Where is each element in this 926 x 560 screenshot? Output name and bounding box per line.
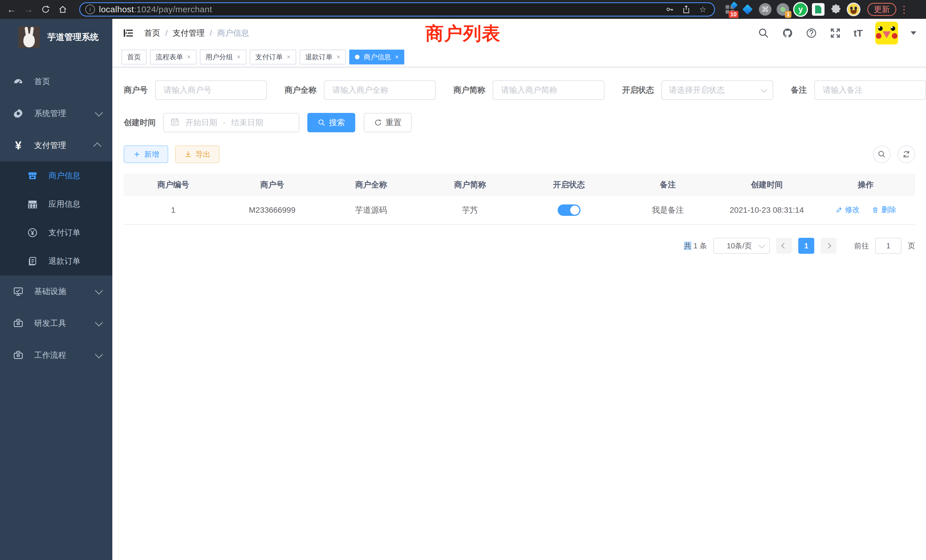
filter-row-2: 创建时间 开始日期 - 结束日期 [124,113,915,132]
close-icon[interactable]: × [337,53,340,61]
calendar-icon [170,117,180,129]
tab-process-form[interactable]: 流程表单 × [150,50,197,64]
browser-forward-icon[interactable]: → [21,3,36,16]
chevron-down-icon [95,318,103,327]
extensions-puzzle-icon[interactable] [829,2,843,17]
cell-short-name: 芋艿 [421,205,519,216]
tab-home[interactable]: 首页 [121,50,147,64]
search-button-label: 搜索 [329,117,345,128]
reset-button[interactable]: 重置 [364,113,412,132]
tab-pay-order[interactable]: 支付订单 × [250,50,296,64]
sidebar-item-system[interactable]: 系统管理 [0,97,112,129]
chevron-down-icon [95,286,103,295]
sidebar-menu: 首页 系统管理 ¥ 支付管理 [0,65,112,371]
delete-link[interactable]: 删除 [872,205,896,215]
edit-link[interactable]: 修改 [835,205,860,215]
start-date-placeholder: 开始日期 [185,117,217,128]
column-header: 操作 [816,179,915,190]
extension-pin-icon[interactable]: 10 [722,2,737,17]
sidebar-item-pay-order[interactable]: 支付订单 [0,218,112,247]
short-name-input[interactable] [493,80,604,100]
tab-merchant-info[interactable]: 商户信息 × [349,50,404,64]
chevron-right-icon [826,243,831,249]
export-button[interactable]: 导出 [175,145,219,163]
extension-session-icon[interactable]: 1 [775,2,790,17]
breadcrumb-current: 商户信息 [217,28,249,38]
password-key-icon[interactable] [663,5,676,14]
browser-menu-icon[interactable]: ⋮ [899,5,908,14]
full-name-input[interactable] [324,80,436,100]
y-circle-icon: y [794,3,807,16]
create-time-range-picker[interactable]: 开始日期 - 结束日期 [163,113,300,132]
breadcrumb-home[interactable]: 首页 [144,28,160,38]
url-bar[interactable]: i localhost:1024/pay/merchant ☆ [79,2,715,17]
sidebar-collapse-icon[interactable] [122,27,135,39]
page-content: 商户号 商户全称 商户简称 开启状态 请选择开启状态 [112,67,926,254]
sidebar-item-pay[interactable]: ¥ 支付管理 [0,129,112,161]
sidebar-submenu-pay: 商户信息 [0,161,112,275]
sidebar-item-merchant-info[interactable]: 商户信息 [0,161,112,190]
bookmark-star-icon[interactable]: ☆ [696,5,709,14]
sidebar-item-infra[interactable]: 基础设施 [0,275,112,307]
sidebar-item-dashboard[interactable]: 首页 [0,65,112,97]
extension-gem-icon[interactable] [740,2,755,17]
close-icon[interactable]: × [287,53,291,61]
tab-label: 首页 [127,53,141,62]
tab-user-group[interactable]: 用户分组 × [200,50,246,64]
close-icon[interactable]: × [395,53,399,61]
column-header: 商户简称 [421,179,519,190]
breadcrumb-pay[interactable]: 支付管理 [173,28,205,38]
browser-home-icon[interactable] [55,3,70,16]
page-size-select[interactable]: 10条/页 [713,238,770,254]
close-icon[interactable]: × [237,53,241,61]
sidebar-item-workflow[interactable]: 工作流程 [0,339,112,371]
remark-input[interactable] [814,80,926,100]
column-header: 商户号 [222,179,322,190]
browser-update-button[interactable]: 更新 [867,3,896,16]
column-header: 商户编号 [124,179,222,190]
browser-back-icon[interactable]: ← [4,3,19,16]
sidebar-logo[interactable]: 芋道管理系统 [0,19,112,55]
extension-cmd-icon[interactable]: ⌘ [758,2,773,17]
status-select[interactable]: 请选择开启状态 [661,80,773,100]
refresh-icon[interactable] [897,145,915,163]
browser-profile-avatar[interactable] [846,2,861,17]
user-avatar[interactable] [875,22,898,44]
filter-merchant-no: 商户号 [124,80,267,100]
toggle-search-icon[interactable] [873,145,891,163]
fontsize-icon[interactable]: tT [853,28,863,39]
add-button-label: 新增 [144,150,159,159]
emoji-face-icon [847,3,861,16]
page-number-1[interactable]: 1 [798,238,814,254]
merchant-no-input[interactable] [155,80,267,100]
site-info-icon[interactable]: i [85,5,95,14]
app-header: 首页 / 支付管理 / 商户信息 [112,19,926,47]
status-toggle[interactable] [558,204,581,216]
column-header: 创建时间 [717,179,816,190]
sidebar-item-app-info[interactable]: 应用信息 [0,190,112,218]
github-icon[interactable] [782,27,793,39]
sidebar-item-devtools[interactable]: 研发工具 [0,307,112,339]
extension-y-icon[interactable]: y [793,2,808,17]
url-text[interactable]: localhost:1024/pay/merchant [99,5,660,14]
chevron-down-icon [761,86,767,93]
fullscreen-icon[interactable] [830,27,841,39]
next-page-button[interactable] [820,238,837,254]
close-icon[interactable]: × [187,53,191,61]
prev-page-button[interactable] [776,238,792,254]
cell-remark: 我是备注 [618,205,717,216]
search-icon[interactable] [758,27,769,39]
merchant-table: 商户编号 商户号 商户全称 商户简称 开启状态 备注 创建时间 操作 1 M23… [124,173,915,225]
user-caret-icon[interactable] [911,31,916,35]
share-icon[interactable] [680,5,693,14]
help-icon[interactable] [806,27,817,39]
page-size-value: 10条/页 [720,241,759,251]
extension-doc-icon[interactable] [811,2,826,17]
tab-refund-order[interactable]: 退款订单 × [300,50,346,64]
total-rest: 1 条 [691,242,707,250]
goto-page-input[interactable] [875,238,902,254]
sidebar-item-refund-order[interactable]: 退款订单 [0,247,112,275]
add-button[interactable]: 新增 [124,145,168,163]
browser-reload-icon[interactable] [38,3,53,16]
search-button[interactable]: 搜索 [307,113,355,132]
